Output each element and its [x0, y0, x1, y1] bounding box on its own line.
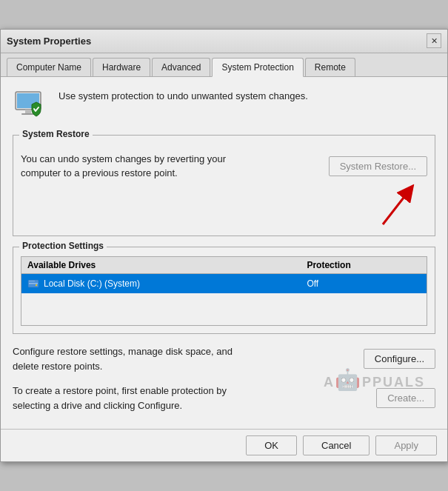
system-properties-window: System Properties ✕ Computer Name Hardwa…	[0, 29, 448, 463]
svg-rect-9	[29, 281, 35, 281]
svg-rect-2	[25, 110, 31, 113]
table-row[interactable]: Local Disk (C:) (System) Off	[21, 273, 427, 293]
configure-description: Configure restore settings, manage disk …	[13, 344, 235, 373]
protection-group-label: Protection Settings	[19, 241, 107, 251]
tab-system-protection[interactable]: System Protection	[212, 58, 303, 77]
ok-button[interactable]: OK	[246, 435, 297, 455]
system-restore-group: System Restore You can undo system chang…	[13, 135, 435, 236]
create-section: To create a restore point, first enable …	[13, 384, 435, 412]
tab-advanced[interactable]: Advanced	[152, 58, 210, 76]
configure-section: Configure restore settings, manage disk …	[13, 344, 435, 373]
tab-computer-name[interactable]: Computer Name	[7, 58, 91, 76]
window-title: System Properties	[7, 36, 91, 47]
svg-line-5	[383, 191, 409, 224]
restore-section: You can undo system changes by reverting…	[21, 143, 427, 181]
main-content: Use system protection to undo unwanted s…	[1, 77, 447, 430]
info-description: Use system protection to undo unwanted s…	[58, 87, 308, 101]
info-section: Use system protection to undo unwanted s…	[13, 87, 435, 123]
system-restore-button[interactable]: System Restore...	[329, 156, 427, 176]
create-description: To create a restore point, first enable …	[13, 384, 235, 412]
drives-table: Available Drives Protection	[21, 256, 427, 327]
restore-description: You can undo system changes by reverting…	[21, 152, 228, 181]
svg-rect-8	[36, 284, 37, 286]
create-button[interactable]: Create...	[376, 388, 435, 408]
annotation-arrow-svg	[338, 184, 420, 228]
drive-icon	[27, 278, 39, 290]
protection-settings-group: Protection Settings Available Drives Pro…	[13, 247, 435, 335]
drive-cell: Local Disk (C:) (System)	[21, 273, 301, 293]
close-button[interactable]: ✕	[427, 33, 441, 48]
svg-rect-7	[29, 283, 38, 284]
configure-button[interactable]: Configure...	[364, 349, 435, 369]
protection-status: Off	[301, 273, 427, 293]
protection-icon	[13, 87, 48, 123]
restore-group-label: System Restore	[19, 129, 93, 139]
tab-remote[interactable]: Remote	[305, 58, 355, 76]
arrow-annotation	[21, 184, 420, 228]
dialog-footer: OK Cancel Apply	[1, 429, 447, 461]
tab-bar: Computer Name Hardware Advanced System P…	[1, 53, 447, 77]
empty-row-2	[21, 310, 427, 326]
drive-name: Local Disk (C:) (System)	[44, 278, 140, 289]
tab-hardware[interactable]: Hardware	[93, 58, 150, 76]
title-bar: System Properties ✕	[1, 30, 447, 53]
cancel-button[interactable]: Cancel	[303, 435, 370, 455]
col-available-drives: Available Drives	[21, 256, 301, 273]
apply-button[interactable]: Apply	[375, 435, 437, 455]
col-protection: Protection	[301, 256, 427, 273]
empty-row-1	[21, 293, 427, 310]
